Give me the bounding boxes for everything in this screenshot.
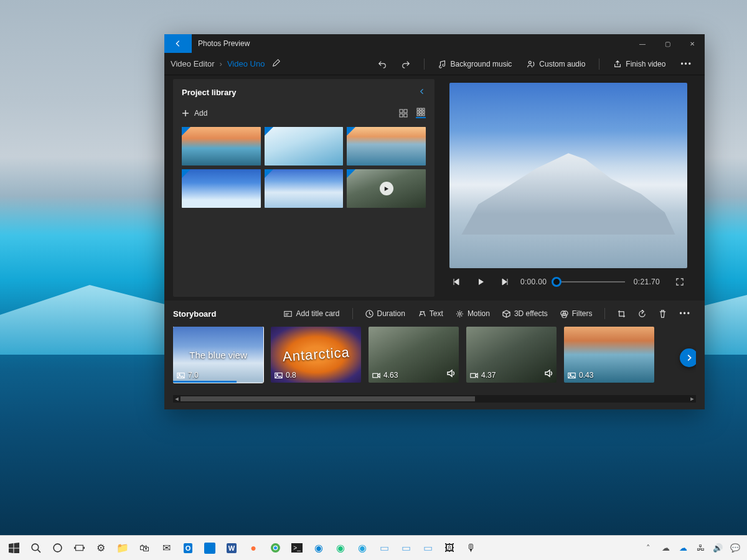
taskbar-app[interactable]: ▭ [374, 538, 394, 558]
library-item[interactable] [182, 169, 261, 208]
tray-weather[interactable]: ☁ [657, 538, 674, 558]
breadcrumb-leaf[interactable]: Video Uno [227, 59, 265, 68]
storyboard-strip[interactable]: The blue view 7.0 Antarctica 0.8 [173, 327, 696, 389]
library-item[interactable] [347, 127, 426, 166]
text-icon [418, 310, 426, 318]
collapse-library-button[interactable] [418, 88, 426, 97]
taskbar-store[interactable]: 🛍 [134, 538, 154, 558]
duration-button[interactable]: Duration [360, 307, 410, 320]
text-button[interactable]: Text [413, 307, 448, 320]
motion-button[interactable]: Motion [451, 307, 495, 320]
tray-notifications[interactable]: 💬 [727, 538, 743, 558]
step-forward-icon [500, 278, 508, 286]
image-icon [568, 372, 576, 379]
video-indicator [347, 169, 426, 208]
tray-network[interactable]: 🖧 [692, 538, 708, 558]
filters-button[interactable]: Filters [555, 307, 598, 320]
back-button[interactable] [164, 34, 192, 53]
seek-handle[interactable] [552, 277, 561, 287]
add-title-card-button[interactable]: Add title card [279, 307, 344, 320]
undo-button[interactable] [372, 57, 393, 72]
taskbar-edge[interactable]: ◉ [309, 538, 329, 558]
scroll-thumb[interactable] [181, 396, 475, 401]
rotate-button[interactable] [633, 307, 651, 320]
finish-video-button[interactable]: Finish video [607, 57, 672, 72]
tray-onedrive[interactable]: ☁ [675, 538, 691, 558]
svg-rect-10 [423, 111, 425, 113]
minimize-button[interactable]: — [630, 34, 655, 53]
taskbar-chrome[interactable] [265, 538, 285, 558]
clip-meta: 0.43 [568, 371, 593, 380]
scroll-left-icon[interactable]: ◄ [173, 396, 181, 402]
system-tray: ˄ ☁ ☁ 🖧 🔊 💬 [640, 538, 743, 558]
tray-volume[interactable]: 🔊 [710, 538, 726, 558]
titlebar[interactable]: Photos Preview — ▢ ✕ [164, 34, 705, 53]
tray-overflow[interactable]: ˄ [640, 538, 656, 558]
svg-rect-1 [400, 110, 403, 113]
preview-viewport[interactable] [449, 83, 687, 268]
grid-large-icon [399, 109, 408, 118]
start-button[interactable] [4, 538, 24, 558]
crop-icon [618, 310, 626, 318]
svg-rect-11 [417, 114, 419, 116]
taskbar[interactable]: ⚙ 📁 🛍 ✉ O W ● >_ ◉ ◉ ◉ ▭ ▭ ▭ 🖼 🎙 ˄ ☁ ☁ 🖧… [0, 535, 747, 560]
maximize-button[interactable]: ▢ [655, 34, 680, 53]
storyboard-clip[interactable]: The blue view 7.0 [173, 327, 263, 383]
view-large-button[interactable] [398, 108, 408, 118]
more-button[interactable]: ••• [674, 57, 698, 72]
library-item[interactable] [265, 169, 344, 208]
crop-button[interactable] [613, 307, 631, 320]
taskbar-terminal[interactable]: >_ [287, 538, 307, 558]
scroll-track[interactable] [181, 396, 688, 402]
background-music-button[interactable]: Background music [432, 57, 519, 72]
storyboard-scrollbar[interactable]: ◄ ► [173, 395, 696, 403]
video-icon [470, 372, 478, 379]
delete-button[interactable] [654, 307, 672, 320]
library-item[interactable] [182, 127, 261, 166]
next-frame-button[interactable] [497, 274, 512, 289]
storyboard-clip[interactable]: Antarctica 0.8 [271, 327, 361, 383]
taskbar-photos[interactable] [200, 538, 220, 558]
library-item[interactable] [265, 127, 344, 166]
svg-point-27 [570, 373, 571, 375]
arrow-left-icon [174, 39, 182, 48]
rename-button[interactable] [272, 58, 281, 69]
taskbar-search[interactable] [26, 538, 45, 558]
prev-frame-button[interactable] [449, 274, 464, 289]
view-small-button[interactable] [416, 108, 426, 118]
storyboard-more-button[interactable]: ••• [674, 307, 696, 320]
taskbar-explorer[interactable]: 📁 [113, 538, 133, 558]
seek-bar[interactable] [555, 276, 625, 288]
taskbar-mail[interactable]: ✉ [156, 538, 176, 558]
taskbar-app[interactable]: ▭ [396, 538, 416, 558]
storyboard-clip[interactable]: 4.37 [466, 327, 557, 383]
storyboard-scroll-right-button[interactable] [680, 348, 696, 367]
storyboard-clip[interactable]: 4.63 [369, 327, 459, 383]
taskbar-edge-beta[interactable]: ◉ [352, 538, 372, 558]
redo-button[interactable] [395, 57, 416, 72]
background-music-label: Background music [451, 60, 512, 68]
current-time: 0:00.00 [520, 278, 547, 286]
taskbar-app[interactable]: 🖼 [439, 538, 459, 558]
3d-effects-button[interactable]: 3D effects [497, 307, 553, 320]
fullscreen-button[interactable] [672, 274, 687, 289]
svg-point-28 [32, 544, 39, 551]
breadcrumb-root[interactable]: Video Editor [171, 59, 215, 68]
library-item[interactable] [347, 169, 426, 208]
close-button[interactable]: ✕ [680, 34, 705, 53]
clip-duration: 0.43 [579, 371, 593, 380]
taskbar-app[interactable]: 🎙 [461, 538, 481, 558]
taskbar-firefox[interactable]: ● [243, 538, 263, 558]
storyboard-clip[interactable]: 0.43 [564, 327, 654, 383]
taskbar-outlook[interactable]: O [178, 538, 198, 558]
taskbar-app[interactable]: ▭ [418, 538, 438, 558]
add-media-button[interactable]: Add [182, 109, 207, 118]
scroll-right-icon[interactable]: ► [688, 396, 696, 402]
custom-audio-button[interactable]: Custom audio [520, 57, 591, 72]
play-button[interactable] [473, 274, 488, 289]
taskbar-word[interactable]: W [222, 538, 242, 558]
taskbar-taskview[interactable] [69, 538, 89, 558]
taskbar-cortana[interactable] [47, 538, 67, 558]
taskbar-edge-dev[interactable]: ◉ [331, 538, 350, 558]
taskbar-settings[interactable]: ⚙ [91, 538, 111, 558]
